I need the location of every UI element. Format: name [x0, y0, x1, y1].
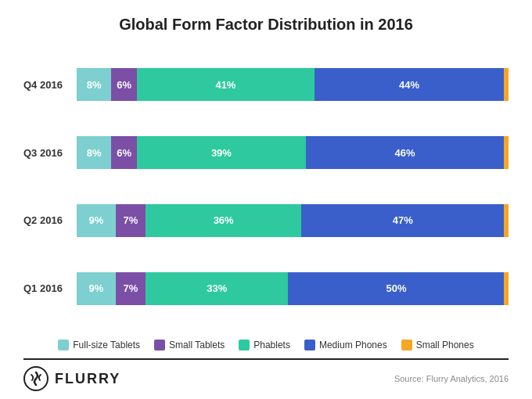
bar-segment-fullsize: 9% — [77, 272, 116, 305]
bar-segment-phablet: 36% — [146, 204, 301, 237]
bar-track: 8%6%41%44% — [77, 68, 509, 101]
bar-row-label: Q4 2016 — [23, 79, 77, 91]
bar-segment-phablet: 33% — [146, 272, 288, 305]
legend-label: Medium Phones — [319, 340, 387, 350]
bar-segment-fullsize: 8% — [77, 68, 111, 101]
bar-segment-small-phone — [504, 68, 509, 101]
legend-swatch — [239, 340, 250, 350]
legend-swatch — [58, 340, 69, 350]
bar-row: Q3 20168%6%39%46% — [23, 136, 509, 169]
bar-track: 8%6%39%46% — [77, 136, 509, 169]
bar-row: Q1 20169%7%33%50% — [23, 272, 509, 305]
bar-track: 9%7%36%47% — [77, 204, 509, 237]
legend-swatch — [401, 340, 412, 350]
bar-segment-phablet: 39% — [137, 136, 305, 169]
footer-brand: FLURRY — [23, 366, 120, 391]
legend-swatch — [304, 340, 315, 350]
bar-track: 9%7%33%50% — [77, 272, 509, 305]
bar-row-label: Q1 2016 — [23, 282, 77, 294]
bar-segment-fullsize: 9% — [77, 204, 116, 237]
legend-label: Small Tablets — [169, 340, 225, 350]
bar-segment-medium-phone: 47% — [301, 204, 504, 237]
legend-item: Small Tablets — [154, 340, 225, 350]
bar-row: Q4 20168%6%41%44% — [23, 68, 509, 101]
bar-segment-small-tablet: 7% — [116, 204, 146, 237]
bar-segment-small-phone — [504, 204, 509, 237]
bars-section: Q4 20168%6%41%44%Q3 20168%6%39%46%Q2 201… — [23, 56, 509, 327]
bar-row-label: Q2 2016 — [23, 214, 77, 226]
legend-item: Phablets — [239, 340, 290, 350]
bar-row: Q2 20169%7%36%47% — [23, 204, 509, 237]
footer: FLURRY Source: Flurry Analytics, 2016 — [23, 358, 509, 391]
legend: Full-size TabletsSmall TabletsPhabletsMe… — [23, 335, 509, 357]
legend-item: Medium Phones — [304, 340, 387, 350]
bar-segment-phablet: 41% — [137, 68, 314, 101]
legend-label: Phablets — [253, 340, 290, 350]
bar-segment-small-tablet: 6% — [111, 68, 137, 101]
legend-item: Small Phones — [401, 340, 474, 350]
bar-segment-small-phone — [504, 136, 509, 169]
chart-container: Global Form Factor Distribution in 2016 … — [0, 0, 532, 399]
bar-segment-small-phone — [504, 272, 509, 305]
source-text: Source: Flurry Analytics, 2016 — [394, 374, 509, 383]
bar-segment-medium-phone: 50% — [288, 272, 504, 305]
legend-label: Full-size Tablets — [73, 340, 140, 350]
legend-label: Small Phones — [416, 340, 474, 350]
bar-segment-fullsize: 8% — [77, 136, 111, 169]
legend-item: Full-size Tablets — [58, 340, 140, 350]
legend-swatch — [154, 340, 165, 350]
bar-row-label: Q3 2016 — [23, 147, 77, 159]
bar-segment-medium-phone: 44% — [315, 68, 505, 101]
brand-name: FLURRY — [55, 371, 120, 387]
flurry-logo — [23, 366, 49, 391]
bar-segment-medium-phone: 46% — [306, 136, 505, 169]
bar-segment-small-tablet: 6% — [111, 136, 137, 169]
bar-segment-small-tablet: 7% — [116, 272, 146, 305]
chart-title: Global Form Factor Distribution in 2016 — [23, 16, 509, 34]
